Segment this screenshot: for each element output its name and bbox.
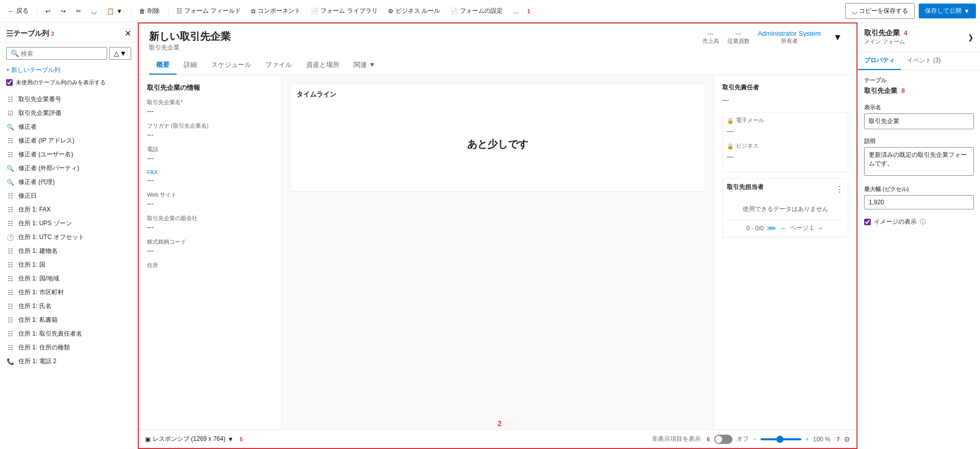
delete-button[interactable]: 🗑 削除 xyxy=(135,5,164,17)
center-area: 新しい取引先企業 取引先企業 --- 売上高 --- 従業員数 Administ… xyxy=(138,22,857,449)
description-textarea[interactable] xyxy=(864,147,974,176)
sidebar-item[interactable]: ☷住所 1: 住所の種類 xyxy=(0,341,137,355)
subgrid-title: 取引先担当者 xyxy=(727,183,764,192)
form-icon: ☷ xyxy=(6,302,14,311)
field-group: フリガナ (取引先企業名)--- xyxy=(147,122,273,138)
cut-button[interactable]: ✂ xyxy=(72,6,85,17)
form-icon: ☷ xyxy=(6,96,14,104)
business-value: --- xyxy=(727,153,844,160)
form-icon: ☷ xyxy=(6,137,14,145)
first-page-button[interactable]: ⋙ xyxy=(766,223,777,233)
form-icon: ☷ xyxy=(6,289,14,297)
right-panel-red-num2: 8 xyxy=(901,87,905,94)
form-tab-関連[interactable]: 関連 ▼ xyxy=(347,56,383,75)
redo-button[interactable]: ↪ xyxy=(57,6,70,17)
sidebar-item[interactable]: 🔍修正者 xyxy=(0,120,137,134)
form-tab-資産と場所[interactable]: 資産と場所 xyxy=(299,56,347,75)
unused-checkbox[interactable] xyxy=(6,79,13,86)
right-panel-red-4: 4 xyxy=(904,30,908,37)
phone-icon: 📞 xyxy=(6,358,14,366)
right-panel-tab-プロパティ[interactable]: プロパティ xyxy=(858,52,901,70)
copy-save-button[interactable]: ◡ コピーを保存する xyxy=(845,3,915,19)
form-dropdown-button[interactable]: ▼ xyxy=(829,30,846,45)
more-button[interactable]: … xyxy=(509,6,523,17)
sidebar-item[interactable]: ☷住所 1: 私書箱 xyxy=(0,313,137,327)
paste-dropdown-button[interactable]: 📋 ▼ xyxy=(103,6,127,17)
form-settings-button[interactable]: 📄 フォームの設定 xyxy=(446,5,507,17)
toolbar-separator-2 xyxy=(131,5,131,17)
display-name-value[interactable]: 取引先企業 xyxy=(864,113,974,129)
right-panel-chevron-icon[interactable]: ❯ xyxy=(968,33,974,41)
undo-icon: ↩ xyxy=(45,8,51,15)
business-rule-icon: ⚙ xyxy=(388,8,394,15)
settings-gear-icon[interactable]: ⚙ xyxy=(844,435,850,443)
right-panel-tab-イベント (3)[interactable]: イベント (3) xyxy=(901,52,947,70)
form-fields-icon: ☷ xyxy=(177,8,182,15)
prev-page-button[interactable]: ← xyxy=(779,223,788,233)
sidebar-item[interactable]: ☷修正日 xyxy=(0,189,137,203)
undo-button[interactable]: ↩ xyxy=(41,6,55,17)
sidebar-item[interactable]: ☷住所 1: 氏名 xyxy=(0,299,137,313)
search-icon: 🔍 xyxy=(6,123,14,131)
canvas-col-left: 取引先企業の情報 取引先企業名*---フリガナ (取引先企業名)---電話---… xyxy=(139,75,282,430)
new-table-col-button[interactable]: + 新しいテーブル列 xyxy=(0,64,137,77)
prop-description: 説明 xyxy=(864,137,974,177)
form-icon: ☷ xyxy=(6,261,14,269)
field-value: --- xyxy=(147,223,273,231)
sidebar-item[interactable]: ☑取引先企業評価 xyxy=(0,106,137,120)
form-tab-詳細[interactable]: 詳細 xyxy=(177,56,204,75)
bottom-bar: ▣ レスポンシブ (1269 x 764) ▼ 5 非表示項目を表示 6 オフ … xyxy=(139,430,856,448)
form-tab-概要[interactable]: 概要 xyxy=(149,56,177,75)
checkbox-icon: ☑ xyxy=(6,109,14,117)
search-icon: 🔍 xyxy=(6,178,14,186)
contact-value: --- xyxy=(722,96,848,104)
right-panel-title-group: 取引先企業 4 メイン フォーム xyxy=(864,29,908,45)
next-page-button[interactable]: → xyxy=(816,223,824,233)
email-value: --- xyxy=(727,127,844,135)
right-panel-subtitle: メイン フォーム xyxy=(864,38,908,45)
sidebar-item[interactable]: ☷修正者 (ユーザー名) xyxy=(0,148,137,161)
component-button[interactable]: ⧉ コンポーネント xyxy=(247,5,305,17)
save-publish-button[interactable]: 保存して公開 ▼ xyxy=(919,4,976,18)
sidebar-item[interactable]: 🔍修正者 (代理) xyxy=(0,175,137,189)
image-display-checkbox[interactable] xyxy=(864,219,871,225)
form-tab-スケジュール[interactable]: スケジュール xyxy=(204,56,258,75)
clock-icon: 🕐 xyxy=(6,233,14,242)
sidebar-item[interactable]: ☷取引先企業番号 xyxy=(0,92,137,106)
header-stat-employees: --- 従業員数 xyxy=(727,30,750,45)
form-tab-ファイル[interactable]: ファイル xyxy=(258,56,299,75)
sidebar-item[interactable]: ☷住所 1: UPS ゾーン xyxy=(0,217,137,230)
max-width-value[interactable]: 1,920 xyxy=(864,195,974,209)
search-input[interactable] xyxy=(21,50,103,57)
sidebar-item[interactable]: ☷修正者 (IP アドレス) xyxy=(0,134,137,148)
sidebar-item[interactable]: ☷住所 1: 建物名 xyxy=(0,244,137,258)
business-rule-button[interactable]: ⚙ ビジネス ルール xyxy=(384,5,444,17)
sidebar-item[interactable]: ☷住所 1: 取引先責任者名 xyxy=(0,327,137,341)
close-icon[interactable]: ✕ xyxy=(125,29,131,38)
sidebar-item[interactable]: ☷住所 1: FAX xyxy=(0,203,137,217)
owner-link[interactable]: Administrator System xyxy=(758,30,821,37)
field-group: 株式銘柄コード--- xyxy=(147,238,273,254)
toggle-switch[interactable] xyxy=(714,435,732,444)
sidebar-item[interactable]: 📞住所 1: 電話 2 xyxy=(0,355,137,368)
left-section-title: 取引先企業の情報 xyxy=(147,83,273,92)
sidebar-item[interactable]: ☷住所 1: 国 xyxy=(0,258,137,272)
sidebar-item[interactable]: ☷住所 1: 国/地域 xyxy=(0,272,137,286)
zoom-slider[interactable] xyxy=(761,438,801,440)
responsive-button[interactable]: ▣ レスポンシブ (1269 x 764) ▼ xyxy=(145,435,234,443)
form-fields-button[interactable]: ☷ フォーム フィールド xyxy=(173,5,245,17)
back-button[interactable]: ← 戻る xyxy=(4,5,33,17)
sidebar-item[interactable]: 🕐住所 1: UTC オフセット xyxy=(0,230,137,244)
filter-button[interactable]: △ ▼ xyxy=(109,47,131,60)
form-library-button[interactable]: 📄 フォーム ライブラリ xyxy=(307,5,381,17)
form-canvas: 取引先企業の情報 取引先企業名*---フリガナ (取引先企業名)---電話---… xyxy=(139,75,856,430)
subgrid-more-icon[interactable]: ⋮ xyxy=(836,184,844,194)
display-name-label: 表示名 xyxy=(864,104,974,111)
sidebar-header: ☰ テーブル列 3 ✕ xyxy=(0,22,137,43)
table-label: テーブル xyxy=(864,77,974,84)
copy-button[interactable]: ◡ xyxy=(87,6,101,17)
field-value: --- xyxy=(147,131,273,138)
sidebar-item[interactable]: ☷住所 1: 市区町村 xyxy=(0,286,137,299)
sidebar-item[interactable]: 🔍修正者 (外部パーティ) xyxy=(0,161,137,175)
form-title-row: 新しい取引先企業 取引先企業 --- 売上高 --- 従業員数 Administ… xyxy=(149,30,846,52)
